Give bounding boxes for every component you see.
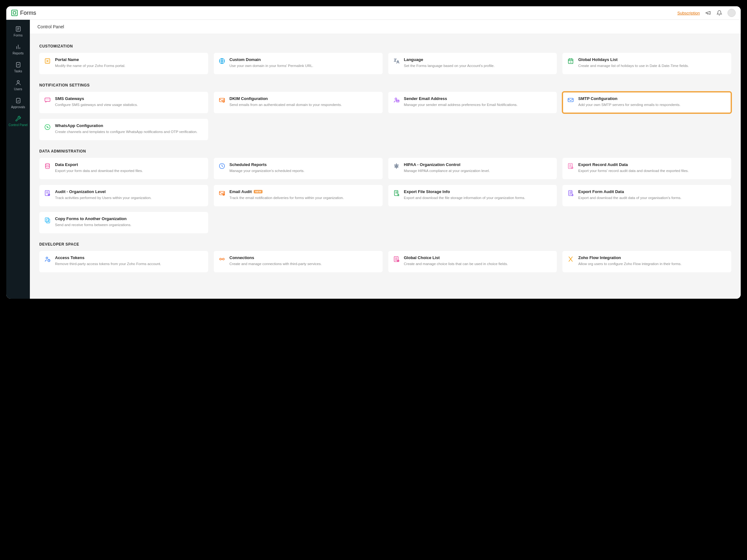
card-desc: Export and download the file storage inf…	[404, 195, 553, 201]
card-export-record-audit-data[interactable]: Export Record Audit DataExport your form…	[563, 158, 731, 179]
card-desc: Remove third-party access tokens from yo…	[55, 261, 204, 266]
svg-rect-13	[568, 98, 573, 102]
card-title-text: Audit - Organization Level	[55, 189, 106, 194]
flow-icon	[567, 255, 574, 263]
card-copy-forms-to-another-organization[interactable]: Copy Forms to Another OrganizationSend a…	[39, 212, 208, 233]
forms-logo-icon	[11, 10, 18, 16]
card-language[interactable]: LanguageSet the Forms language based on …	[388, 53, 557, 74]
card-title: Connections	[230, 255, 378, 260]
card-hipaa-organization-control[interactable]: HIPAA - Organization ControlManage HIPAA…	[388, 158, 557, 179]
svg-point-11	[395, 98, 397, 100]
card-body: Access TokensRemove third-party access t…	[55, 255, 204, 268]
sidebar-item-approvals[interactable]: Approvals	[6, 94, 30, 112]
card-sender-email-address[interactable]: Sender Email AddressManage your sender e…	[388, 92, 557, 113]
calendar-icon: 31	[567, 57, 574, 65]
card-title-text: Copy Forms to Another Organization	[55, 216, 127, 221]
token-icon	[44, 255, 51, 263]
sidebar-item-users[interactable]: Users	[6, 76, 30, 94]
card-audit-organization-level[interactable]: Audit - Organization LevelTrack activiti…	[39, 185, 208, 206]
card-body: WhatsApp ConfigurationCreate channels an…	[55, 123, 204, 136]
card-desc: Modify the name of your Zoho Forms porta…	[55, 63, 204, 69]
card-body: ConnectionsCreate and manage connections…	[230, 255, 378, 268]
clock-icon	[218, 162, 226, 170]
card-portal-name[interactable]: Portal NameModify the name of your Zoho …	[39, 53, 208, 74]
hipaa-icon	[393, 162, 400, 170]
card-data-export[interactable]: Data ExportExport your form data and dow…	[39, 158, 208, 179]
app-name: Forms	[20, 10, 36, 16]
card-body: SMS GatewaysConfigure SMS gateways and v…	[55, 96, 204, 109]
card-desc: Create and manage choice lists that can …	[404, 261, 553, 266]
card-desc: Export your form data and download the e…	[55, 168, 204, 174]
card-scheduled-reports[interactable]: Scheduled ReportsManage your organizatio…	[214, 158, 383, 179]
card-title-text: Export Record Audit Data	[578, 162, 628, 167]
card-title: Global Holidays List	[578, 57, 727, 62]
sidebar-item-tasks[interactable]: Tasks	[6, 58, 30, 76]
card-custom-domain[interactable]: Custom DomainUse your own domain in your…	[214, 53, 383, 74]
card-body: Portal NameModify the name of your Zoho …	[55, 57, 204, 70]
section-title: DATA ADMINISTRATION	[39, 149, 731, 153]
card-export-form-audit-data[interactable]: Export Form Audit DataExport and downloa…	[563, 185, 731, 206]
svg-text:31: 31	[570, 61, 572, 63]
section-title: CUSTOMIZATION	[39, 44, 731, 48]
card-desc: Send and receive forms between organizat…	[55, 222, 204, 228]
card-zoho-flow-integration[interactable]: Zoho Flow IntegrationAllow org users to …	[563, 251, 731, 272]
card-sms-gateways[interactable]: SMS GatewaysConfigure SMS gateways and v…	[39, 92, 208, 113]
card-body: Zoho Flow IntegrationAllow org users to …	[578, 255, 727, 268]
card-email-audit[interactable]: Email AuditNEWTrack the email notificati…	[214, 185, 383, 206]
card-global-choice-list[interactable]: Global Choice ListCreate and manage choi…	[388, 251, 557, 272]
section-title: DEVELOPER SPACE	[39, 242, 731, 247]
reports-icon	[15, 43, 22, 50]
card-title-text: Custom Domain	[230, 57, 261, 62]
card-desc: Manage HIPAA compliance at your organiza…	[404, 168, 553, 174]
choice-icon	[393, 255, 400, 263]
sidebar-item-reports[interactable]: Reports	[6, 40, 30, 58]
announcement-icon[interactable]	[705, 10, 711, 16]
card-grid: Portal NameModify the name of your Zoho …	[39, 53, 731, 74]
control-panel-icon	[15, 115, 22, 122]
card-body: Export Form Audit DataExport and downloa…	[578, 189, 727, 202]
card-export-file-storage-info[interactable]: Export File Storage InfoExport and downl…	[388, 185, 557, 206]
card-whatsapp-configuration[interactable]: WhatsApp ConfigurationCreate channels an…	[39, 119, 208, 140]
card-body: Global Holidays ListCreate and manage li…	[578, 57, 727, 70]
card-title: Export File Storage Info	[404, 189, 553, 194]
top-bar: Forms Subscription	[6, 6, 741, 20]
card-desc: Export your forms' record audit data and…	[578, 168, 727, 174]
card-desc: Send emails from an authenticated email …	[230, 102, 378, 107]
subscription-link[interactable]: Subscription	[677, 11, 700, 16]
card-access-tokens[interactable]: Access TokensRemove third-party access t…	[39, 251, 208, 272]
notification-bell-icon[interactable]	[716, 10, 722, 16]
card-title-text: Portal Name	[55, 57, 79, 62]
card-dkim-configuration[interactable]: DKIM ConfigurationSend emails from an au…	[214, 92, 383, 113]
formaudit-icon	[567, 189, 574, 197]
card-body: Sender Email AddressManage your sender e…	[404, 96, 553, 109]
tasks-icon	[15, 61, 22, 68]
card-grid: Access TokensRemove third-party access t…	[39, 251, 731, 272]
card-title: Export Form Audit Data	[578, 189, 727, 194]
card-desc: Create and manage connections with third…	[230, 261, 378, 266]
sidebar-item-forms[interactable]: Forms	[6, 22, 30, 40]
card-title-text: Export Form Audit Data	[578, 189, 624, 194]
card-desc: Add your own SMTP servers for sending em…	[578, 102, 727, 107]
user-avatar[interactable]	[727, 9, 736, 17]
card-desc: Manage your organization's scheduled rep…	[230, 168, 378, 174]
card-title-text: HIPAA - Organization Control	[404, 162, 461, 167]
logo[interactable]: Forms	[11, 10, 36, 16]
card-title: Sender Email Address	[404, 96, 553, 101]
card-global-holidays-list[interactable]: 31Global Holidays ListCreate and manage …	[563, 53, 731, 74]
card-connections[interactable]: ConnectionsCreate and manage connections…	[214, 251, 383, 272]
card-title: Email AuditNEW	[230, 189, 378, 194]
sidebar-item-control-panel[interactable]: Control Panel	[6, 112, 30, 130]
card-smtp-configuration[interactable]: SMTP ConfigurationAdd your own SMTP serv…	[563, 92, 731, 113]
card-title-text: Global Choice List	[404, 255, 440, 260]
sidebar-item-label: Users	[14, 87, 22, 91]
card-desc: Track activities performed by Users with…	[55, 195, 204, 201]
svg-rect-22	[220, 192, 225, 195]
content: CUSTOMIZATIONPortal NameModify the name …	[30, 34, 741, 289]
sidebar-item-label: Reports	[12, 52, 24, 55]
new-badge: NEW	[254, 190, 263, 194]
card-body: DKIM ConfigurationSend emails from an au…	[230, 96, 378, 109]
sms-icon	[44, 96, 51, 104]
card-body: Custom DomainUse your own domain in your…	[230, 57, 378, 70]
whatsapp-icon	[44, 123, 51, 131]
card-body: HIPAA - Organization ControlManage HIPAA…	[404, 162, 553, 175]
